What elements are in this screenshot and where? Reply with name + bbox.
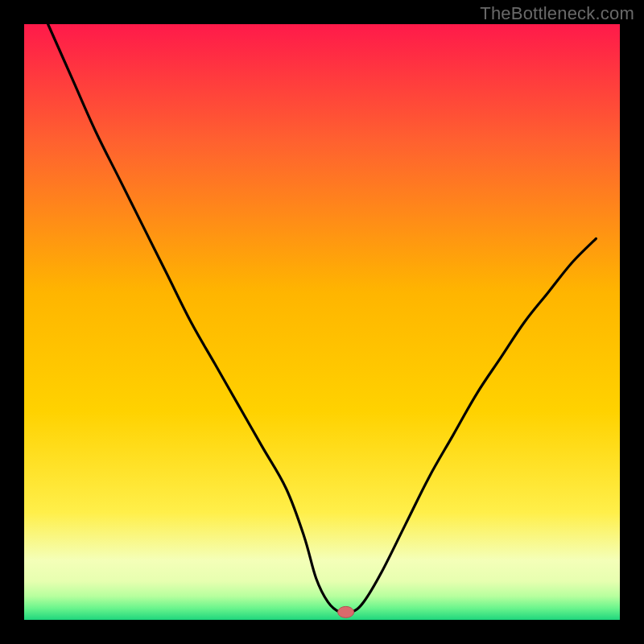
watermark-text: TheBottleneck.com <box>480 3 634 24</box>
bottleneck-chart <box>0 0 644 644</box>
optimum-marker <box>338 606 354 617</box>
plot-background <box>24 24 620 620</box>
chart-frame: TheBottleneck.com <box>0 0 644 644</box>
